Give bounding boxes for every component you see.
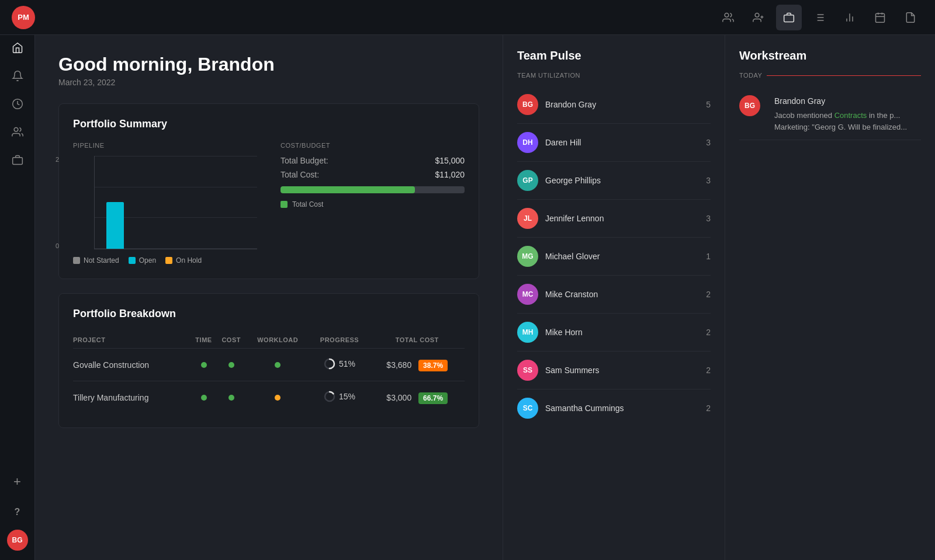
list-item: SS Sam Summers 2 xyxy=(517,352,711,389)
team-pulse-panel: Team Pulse TEAM UTILIZATION BG Brandon G… xyxy=(503,35,725,560)
app-logo[interactable]: PM xyxy=(12,6,35,29)
cost-status-dot xyxy=(228,395,234,401)
cost-status-dot xyxy=(228,362,234,368)
user-avatar[interactable]: BG xyxy=(7,530,28,551)
calendar-icon[interactable] xyxy=(867,5,893,30)
greeting-title: Good morning, Brandon xyxy=(58,54,479,75)
list-icon[interactable] xyxy=(806,5,832,30)
cost-dot-2 xyxy=(216,381,246,414)
workstream-title: Workstream xyxy=(739,49,921,62)
total-budget-value: $15,000 xyxy=(435,156,465,165)
cost-tag-2: 66.7% xyxy=(418,392,448,404)
workload-dot-2 xyxy=(246,381,310,414)
avatar: JL xyxy=(517,208,538,229)
portfolio-summary-card: Portfolio Summary PIPELINE 2 0 xyxy=(58,103,479,279)
progress-ring-2: 15% xyxy=(324,391,355,402)
workstream-item: BG Brandon Gray Jacob mentioned Contract… xyxy=(739,88,921,140)
avatar: MG xyxy=(517,246,538,267)
portfolio-breakdown-title: Portfolio Breakdown xyxy=(73,308,465,320)
sidebar-item-projects[interactable] xyxy=(5,147,30,173)
chart-legend: Not Started Open On Hold xyxy=(73,256,257,265)
chart-bar-icon[interactable] xyxy=(837,5,863,30)
total-cost-row: Total Cost: $11,020 xyxy=(280,170,465,179)
legend-dot-open xyxy=(129,257,136,264)
sidebar-item-time[interactable] xyxy=(5,91,30,117)
workstream-avatar: BG xyxy=(739,95,760,116)
team-member-name: Daren Hill xyxy=(545,138,706,147)
people-add-icon[interactable] xyxy=(715,5,741,30)
team-member-name: Mike Horn xyxy=(545,328,706,337)
svg-rect-4 xyxy=(784,15,794,22)
budget-legend: Total Cost xyxy=(280,200,465,208)
cost-dot-1 xyxy=(216,349,246,381)
svg-point-0 xyxy=(725,13,729,17)
list-item: SC Samantha Cummings 2 xyxy=(517,389,711,427)
briefcase-icon[interactable] xyxy=(776,5,802,30)
chart-wrapper: 2 0 xyxy=(73,156,257,249)
total-cost-1: $3,680 38.7% xyxy=(369,349,465,381)
cost-budget-label: COST/BUDGET xyxy=(280,142,465,149)
legend-label-on-hold: On Hold xyxy=(176,256,202,265)
pipeline-section: PIPELINE 2 0 xyxy=(73,142,257,265)
sidebar-add-button[interactable]: + xyxy=(5,469,30,495)
avatar: BG xyxy=(517,94,538,115)
progress-pct-2: 15% xyxy=(339,392,355,401)
team-member-name: Sam Summers xyxy=(545,366,706,375)
list-item: BG Brandon Gray 5 xyxy=(517,86,711,124)
breakdown-header-row: PROJECT TIME COST WORKLOAD PROGRESS TOTA… xyxy=(73,332,465,349)
col-progress: PROGRESS xyxy=(310,332,370,349)
team-member-count: 2 xyxy=(706,328,711,337)
table-row: Tillery Manufacturing 15% xyxy=(73,381,465,414)
time-dot-1 xyxy=(191,349,217,381)
document-icon[interactable] xyxy=(898,5,923,30)
team-member-count: 1 xyxy=(706,252,711,261)
team-member-count: 3 xyxy=(706,176,711,185)
bar-chart xyxy=(94,156,257,249)
avatar: SS xyxy=(517,360,538,381)
sidebar-item-people[interactable] xyxy=(5,119,30,145)
workload-status-dot xyxy=(275,362,280,368)
svg-point-1 xyxy=(755,13,759,17)
svg-rect-20 xyxy=(12,158,22,165)
people-manage-icon[interactable] xyxy=(746,5,771,30)
sidebar-bottom: + ? BG xyxy=(5,469,30,560)
col-workload: WORKLOAD xyxy=(246,332,310,349)
team-member-count: 3 xyxy=(706,214,711,223)
team-member-count: 5 xyxy=(706,100,711,109)
col-total-cost: TOTAL COST xyxy=(369,332,465,349)
avatar: MC xyxy=(517,284,538,305)
sidebar-item-home[interactable] xyxy=(5,35,30,61)
progress-ring-1: 51% xyxy=(324,358,355,370)
time-status-dot xyxy=(201,395,207,401)
pipeline-label: PIPELINE xyxy=(73,142,257,149)
y-label-2: 2 xyxy=(56,156,59,163)
team-member-count: 2 xyxy=(706,366,711,375)
col-project: PROJECT xyxy=(73,332,191,349)
workstream-link[interactable]: Contracts xyxy=(834,111,867,120)
breakdown-table-head: PROJECT TIME COST WORKLOAD PROGRESS TOTA… xyxy=(73,332,465,349)
greeting-date: March 23, 2022 xyxy=(58,78,479,87)
list-item: JL Jennifer Lennon 3 xyxy=(517,200,711,238)
y-label-0: 0 xyxy=(56,242,59,249)
budget-bar-container xyxy=(280,186,465,193)
team-member-name: Samantha Cummings xyxy=(545,404,706,413)
time-dot-2 xyxy=(191,381,217,414)
workstream-content: Brandon Gray Jacob mentioned Contracts i… xyxy=(774,95,921,133)
center-panel: Good morning, Brandon March 23, 2022 Por… xyxy=(35,35,503,560)
topbar-icon-group xyxy=(715,5,923,30)
sidebar-help-button[interactable]: ? xyxy=(5,499,30,525)
list-item: GP George Phillips 3 xyxy=(517,162,711,200)
team-member-name: Jennifer Lennon xyxy=(545,214,706,223)
list-item: MG Michael Glover 1 xyxy=(517,238,711,276)
chart-y-labels: 2 0 xyxy=(56,156,59,249)
workstream-user-name: Brandon Gray xyxy=(774,95,921,107)
legend-label-not-started: Not Started xyxy=(84,256,119,265)
team-member-name: George Phillips xyxy=(545,176,706,185)
budget-bar-fill xyxy=(280,186,415,193)
table-row: Govalle Construction 51% xyxy=(73,349,465,381)
project-name-2: Tillery Manufacturing xyxy=(73,381,191,414)
sidebar-item-notifications[interactable] xyxy=(5,63,30,89)
legend-not-started: Not Started xyxy=(73,256,119,265)
team-member-count: 2 xyxy=(706,404,711,413)
summary-grid: PIPELINE 2 0 xyxy=(73,142,465,265)
